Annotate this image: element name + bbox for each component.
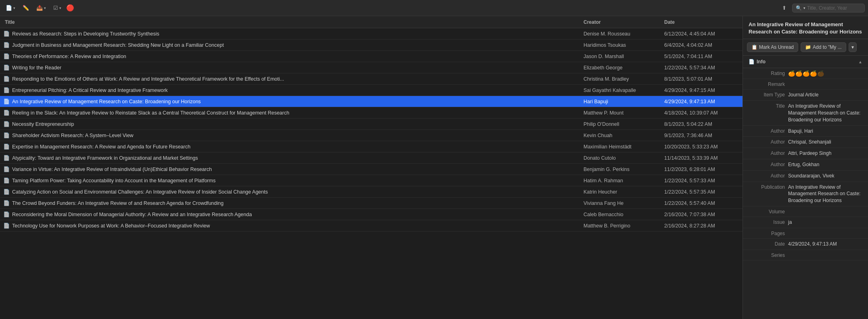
- cell-creator: Benjamin G. Perkins: [582, 167, 663, 172]
- col-creator[interactable]: Creator: [582, 19, 663, 25]
- edit-icon: ✏️: [23, 5, 29, 11]
- cell-creator: Jason D. Marshall: [582, 54, 663, 59]
- search-placeholder-text: Title, Creator, Year: [807, 5, 847, 11]
- cell-creator: Vivianna Fang He: [582, 200, 663, 206]
- doc-icon: 📄: [3, 166, 10, 172]
- add-to-my-dropdown[interactable]: ▾: [849, 42, 857, 52]
- info-row: Issue ja: [743, 217, 868, 228]
- table-row[interactable]: 📄 Writing for the Reader Elizabeth Georg…: [0, 62, 743, 73]
- doc-icon: 📄: [3, 98, 10, 104]
- info-value: 4/29/2024, 9:47:13 AM: [788, 241, 862, 248]
- table-row[interactable]: 📄 Responding to the Emotions of Others a…: [0, 73, 743, 85]
- export-button[interactable]: 📤 ▾: [34, 3, 48, 13]
- search-bar[interactable]: 🔍 ▾ Title, Creator, Year: [792, 4, 865, 13]
- table-row[interactable]: 📄 Technology Use for Nonwork Purposes at…: [0, 220, 743, 231]
- table-row[interactable]: 📄 Atypicality: Toward an Integrative Fra…: [0, 152, 743, 164]
- cell-title-text: Judgment in Business and Management Rese…: [12, 42, 224, 48]
- table-row[interactable]: 📄 Necessity Entrepreneurship Philip O'Do…: [0, 119, 743, 130]
- info-value: Bapuji, Hari: [788, 128, 862, 135]
- table-row[interactable]: 📄 Reviews as Research: Steps in Developi…: [0, 28, 743, 40]
- chevron-down-icon: ▾: [13, 6, 15, 10]
- info-label: Author: [749, 161, 785, 167]
- doc-icon: 📄: [3, 31, 10, 37]
- cell-date: 2/16/2024, 7:07:38 AM: [663, 212, 739, 217]
- info-row: Author Soundararajan, Vivek: [743, 171, 868, 182]
- share-button[interactable]: ⬆: [780, 3, 789, 13]
- add-to-my-button[interactable]: 📁 Add to "My ...: [801, 42, 846, 52]
- rating-stars[interactable]: 🍊🍊🍊🍊🍊: [788, 70, 862, 77]
- right-panel-actions: 📋 Mark As Unread 📁 Add to "My ... ▾: [743, 39, 868, 56]
- info-label: Title: [749, 103, 785, 109]
- table-row[interactable]: 📄 Theories of Performance: A Review and …: [0, 51, 743, 62]
- new-doc-icon: 📄: [6, 5, 12, 11]
- cell-title: 📄 Necessity Entrepreneurship: [3, 121, 582, 127]
- cell-creator: Hari Bapuji: [582, 99, 663, 104]
- table-row[interactable]: 📄 An Integrative Review of Management Re…: [0, 96, 743, 107]
- table-row[interactable]: 📄 Shareholder Activism Research: A Syste…: [0, 130, 743, 141]
- mark-as-unread-button[interactable]: 📋 Mark As Unread: [747, 42, 798, 52]
- cell-title-text: Shareholder Activism Research: A System–…: [12, 133, 134, 138]
- cell-date: 11/2/2023, 6:28:01 AM: [663, 167, 739, 172]
- cell-title: 📄 Taming Platform Power: Taking Accounta…: [3, 177, 582, 183]
- chevron-down-icon-3: ▾: [59, 6, 61, 10]
- info-label: Author: [749, 173, 785, 179]
- info-label: Series: [749, 252, 785, 258]
- cell-title: 📄 Reviews as Research: Steps in Developi…: [3, 31, 582, 37]
- table-row[interactable]: 📄 Reconsidering the Moral Dimension of M…: [0, 209, 743, 220]
- info-label: Issue: [749, 219, 785, 225]
- table-row[interactable]: 📄 The Crowd Beyond Funders: An Integrati…: [0, 198, 743, 209]
- cell-date: 6/4/2024, 4:04:02 AM: [663, 42, 739, 48]
- cell-title-text: Technology Use for Nonwork Purposes at W…: [12, 223, 210, 229]
- cell-date: 1/22/2024, 5:57:40 AM: [663, 200, 739, 206]
- table-row[interactable]: 📄 Expertise in Management Research: A Re…: [0, 141, 743, 152]
- cell-date: 1/22/2024, 5:57:35 AM: [663, 189, 739, 195]
- col-date[interactable]: Date: [663, 19, 739, 25]
- cell-title: 📄 Atypicality: Toward an Integrative Fra…: [3, 155, 582, 161]
- info-row: Series: [743, 250, 868, 261]
- table-row[interactable]: 📄 Variance in Virtue: An Integrative Rev…: [0, 164, 743, 175]
- doc-icon: 📄: [3, 211, 10, 217]
- cell-creator: Matthew P. Mount: [582, 110, 663, 116]
- info-rows-container: Rating 🍊🍊🍊🍊🍊 Remark Item Type Journal Ar…: [743, 68, 868, 260]
- mark-icon: ☑: [53, 5, 58, 11]
- table-header: Title Creator Date: [0, 16, 743, 28]
- cell-title-text: Theories of Performance: A Review and In…: [12, 54, 126, 59]
- table-row[interactable]: 📄 Catalyzing Action on Social and Enviro…: [0, 186, 743, 198]
- table-row[interactable]: 📄 Entrepreneurial Pitching: A Critical R…: [0, 85, 743, 96]
- cell-date: 9/1/2023, 7:36:46 AM: [663, 133, 739, 138]
- cell-date: 4/29/2024, 9:47:15 AM: [663, 88, 739, 93]
- main-layout: Title Creator Date 📄 Reviews as Research…: [0, 16, 868, 319]
- info-value: Chrispal, Snehanjali: [788, 139, 862, 146]
- edit-button[interactable]: ✏️: [20, 3, 31, 13]
- cell-title: 📄 Reconsidering the Moral Dimension of M…: [3, 211, 582, 217]
- cell-creator: Caleb Bernacchio: [582, 212, 663, 217]
- cell-title: 📄 Writing for the Reader: [3, 65, 582, 71]
- col-title[interactable]: Title: [3, 19, 582, 25]
- info-row: Title An Integrative Review of Managemen…: [743, 101, 868, 125]
- toolbar-right: ⬆ 🔍 ▾ Title, Creator, Year: [780, 3, 865, 13]
- share-icon: ⬆: [782, 5, 786, 11]
- info-value: Soundararajan, Vivek: [788, 173, 862, 179]
- info-row: Volume: [743, 206, 868, 217]
- flame-icon: 🔴: [66, 4, 74, 12]
- info-label: Author: [749, 139, 785, 145]
- cell-title: 📄 Variance in Virtue: An Integrative Rev…: [3, 166, 582, 172]
- table-section: Title Creator Date 📄 Reviews as Research…: [0, 16, 743, 319]
- info-label: Author: [749, 150, 785, 156]
- cell-creator: Katrin Heucher: [582, 189, 663, 195]
- table-row[interactable]: 📄 Taming Platform Power: Taking Accounta…: [0, 175, 743, 186]
- info-label: Volume: [749, 208, 785, 215]
- new-button[interactable]: 📄 ▾: [3, 3, 18, 13]
- cell-title-text: Taming Platform Power: Taking Accountabi…: [12, 178, 215, 183]
- doc-icon: 📄: [3, 110, 10, 116]
- table-row[interactable]: 📄 Reeling in the Slack: An Integrative R…: [0, 107, 743, 119]
- cell-title-text: Expertise in Management Research: A Revi…: [12, 144, 190, 150]
- mark-button[interactable]: ☑ ▾: [51, 3, 64, 13]
- table-row[interactable]: 📄 Judgment in Business and Management Re…: [0, 40, 743, 51]
- info-row: Author Bapuji, Hari: [743, 126, 868, 137]
- info-row: Date 4/29/2024, 9:47:13 AM: [743, 239, 868, 250]
- info-label: Date: [749, 241, 785, 247]
- cell-date: 1/22/2024, 5:57:33 AM: [663, 178, 739, 183]
- info-section-header[interactable]: 📄 Info ▲: [743, 56, 868, 68]
- cell-title: 📄 An Integrative Review of Management Re…: [3, 98, 582, 104]
